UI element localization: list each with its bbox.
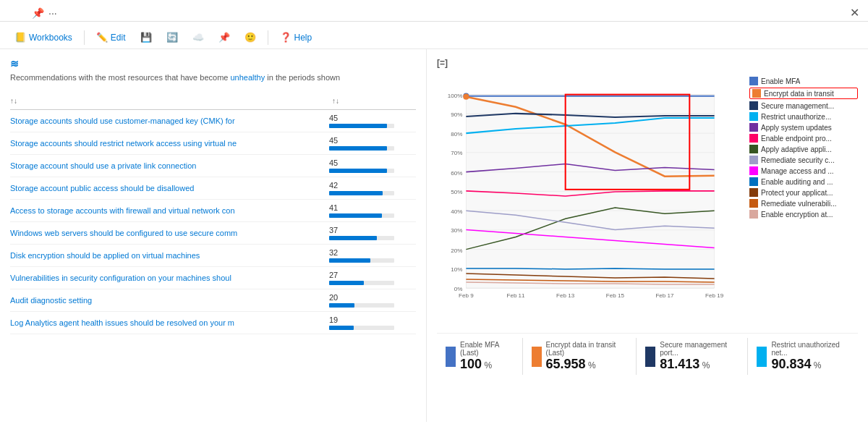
toolbar-edit-label: Edit	[111, 33, 126, 43]
toolbar-pin[interactable]: 📌	[213, 30, 236, 45]
metric-color-3	[757, 347, 767, 367]
legend-item-1[interactable]: Encrypt data in transit	[749, 88, 858, 99]
legend-item-12[interactable]: Enable encryption at...	[749, 210, 858, 219]
bar-container-4	[329, 213, 394, 218]
row-name-9[interactable]: Log Analytics agent health issues should…	[10, 318, 329, 327]
toolbar-smiley[interactable]: 🙂	[239, 30, 262, 45]
table-row[interactable]: Vulnerabilities in security configuratio…	[10, 267, 416, 289]
toolbar-workbooks[interactable]: 📒 Workbooks	[9, 30, 78, 45]
bar-container-8	[329, 303, 394, 308]
table-row[interactable]: Windows web servers should be configured…	[10, 222, 416, 245]
row-count-2: 45	[329, 158, 416, 173]
legend-color-5	[749, 134, 758, 143]
legend-item-11[interactable]: Remediate vulnerabili...	[749, 199, 858, 208]
toolbar-refresh[interactable]: 🔄	[161, 30, 184, 45]
metric-val-row-3: 90.834 %	[771, 357, 849, 372]
section-title-icon: ≋	[10, 58, 19, 69]
legend-item-5[interactable]: Enable endpoint pro...	[749, 134, 858, 143]
row-name-2[interactable]: Storage account should use a private lin…	[10, 161, 329, 170]
legend-color-4	[749, 123, 758, 132]
bar-fill-6	[329, 258, 370, 263]
legend-item-6[interactable]: Apply adaptive appli...	[749, 145, 858, 153]
metric-pct-1: %	[588, 360, 596, 370]
table-row[interactable]: Storage accounts should restrict network…	[10, 132, 416, 155]
toolbar-help-label: Help	[294, 33, 312, 43]
svg-text:60%: 60%	[451, 170, 462, 177]
legend-item-2[interactable]: Secure management...	[749, 101, 858, 110]
row-name-3[interactable]: Storage account public access should be …	[10, 184, 329, 192]
pin2-icon: 📌	[218, 32, 230, 43]
chart-footer: Enable MFA (Last) 100 % Encrypt data in …	[437, 333, 858, 375]
metric-val-row-2: 81.413 %	[660, 357, 739, 372]
section-title: ≋	[10, 58, 416, 69]
table-row[interactable]: Access to storage accounts with firewall…	[10, 200, 416, 222]
toolbar-help[interactable]: ❓ Help	[274, 30, 318, 45]
legend-color-10	[749, 188, 758, 197]
legend-item-8[interactable]: Manage access and ...	[749, 166, 858, 175]
line-chart: 100% 90% 80% 70% 60% 50% 40% 30% 20% 10%…	[437, 74, 744, 327]
sort-icon-count[interactable]: ↑↓	[332, 97, 339, 105]
legend-label-5: Enable endpoint pro...	[761, 135, 832, 143]
legend-item-9[interactable]: Enable auditing and ...	[749, 177, 858, 186]
bar-fill-7	[329, 281, 364, 285]
legend-label-7: Remediate security c...	[761, 156, 835, 164]
table-row[interactable]: Storage account public access should be …	[10, 177, 416, 200]
save-icon: 💾	[140, 32, 152, 43]
row-name-5[interactable]: Windows web servers should be configured…	[10, 229, 329, 237]
title-actions: 📌 ···	[32, 7, 57, 19]
legend-label-11: Remediate vulnerabili...	[761, 200, 837, 208]
row-name-8[interactable]: Audit diagnostic setting	[10, 296, 329, 305]
sort-icon-name[interactable]: ↑↓	[10, 97, 17, 105]
legend-color-9	[749, 177, 758, 186]
svg-text:40%: 40%	[451, 208, 462, 215]
legend-item-4[interactable]: Apply system updates	[749, 123, 858, 132]
svg-text:Feb 19: Feb 19	[705, 292, 724, 299]
metric-label-0: Enable MFA (Last)	[460, 341, 514, 357]
row-name-4[interactable]: Access to storage accounts with firewall…	[10, 206, 329, 215]
title-bar: 📌 ··· ✕	[0, 0, 868, 22]
toolbar-sep-2	[268, 30, 268, 45]
svg-text:Feb 11: Feb 11	[506, 292, 525, 299]
table-row[interactable]: Disk encryption should be applied on vir…	[10, 245, 416, 267]
row-name-6[interactable]: Disk encryption should be applied on vir…	[10, 251, 329, 260]
more-icon[interactable]: ···	[48, 7, 57, 19]
legend-item-0[interactable]: Enable MFA	[749, 77, 858, 85]
row-name-7[interactable]: Vulnerabilities in security configuratio…	[10, 274, 329, 282]
chart-main: 100% 90% 80% 70% 60% 50% 40% 30% 20% 10%…	[437, 74, 744, 327]
row-name-0[interactable]: Storage accounts should use customer-man…	[10, 117, 329, 125]
bar-container-1	[329, 146, 394, 151]
legend-item-7[interactable]: Remediate security c...	[749, 156, 858, 164]
title-bar-left: 📌 ···	[9, 7, 57, 19]
table-row[interactable]: Storage accounts should use customer-man…	[10, 110, 416, 132]
row-count-7: 27	[329, 271, 416, 285]
footer-metric-1: Encrypt data in transit (Last) 65.958 %	[523, 338, 637, 375]
col-header-name: ↑↓	[10, 96, 329, 105]
table-row[interactable]: Audit diagnostic setting 20	[10, 289, 416, 312]
toolbar-save[interactable]: 💾	[135, 30, 158, 45]
table-row[interactable]: Log Analytics agent health issues should…	[10, 312, 416, 334]
bar-fill-3	[329, 191, 383, 195]
row-name-1[interactable]: Storage accounts should restrict network…	[10, 139, 329, 148]
table-body: Storage accounts should use customer-man…	[10, 110, 416, 334]
bar-container-7	[329, 281, 394, 285]
toolbar-cloud[interactable]: ☁️	[187, 30, 210, 45]
close-button[interactable]: ✕	[850, 6, 859, 20]
toolbar-edit[interactable]: ✏️ Edit	[90, 30, 132, 45]
metric-info-1: Encrypt data in transit (Last) 65.958 %	[546, 341, 628, 372]
table-row[interactable]: Storage account should use a private lin…	[10, 155, 416, 177]
legend-color-2	[749, 101, 758, 110]
legend-color-11	[749, 199, 758, 208]
row-count-5: 37	[329, 226, 416, 240]
legend-color-0	[749, 77, 758, 85]
metric-pct-3: %	[814, 360, 822, 370]
legend-label-6: Apply adaptive appli...	[761, 145, 832, 153]
bar-fill-4	[329, 213, 382, 218]
pin-icon[interactable]: 📌	[32, 7, 44, 19]
legend-item-3[interactable]: Restrict unauthorize...	[749, 112, 858, 121]
footer-metric-0: Enable MFA (Last) 100 %	[437, 338, 523, 375]
help-icon: ❓	[280, 32, 292, 43]
svg-text:0%: 0%	[454, 286, 463, 292]
legend-item-10[interactable]: Protect your applicat...	[749, 188, 858, 197]
page-title	[9, 7, 26, 19]
metric-label-1: Encrypt data in transit (Last)	[546, 341, 628, 357]
